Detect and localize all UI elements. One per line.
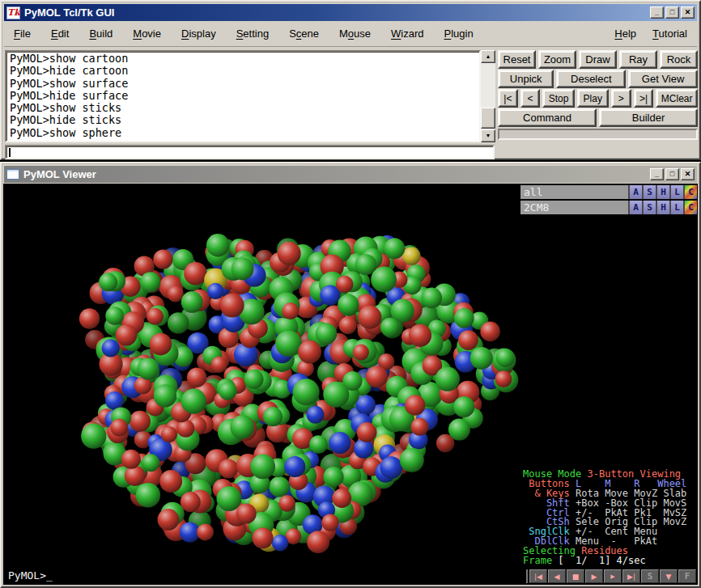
deselect-button[interactable]: Deselect xyxy=(556,70,626,88)
frame-back-button[interactable]: ◀ xyxy=(548,569,566,583)
scene-button[interactable]: S xyxy=(641,569,659,583)
viewer-titlebar[interactable]: PyMOL Viewer _□✕ xyxy=(4,166,697,183)
record-down-button[interactable]: ▼ xyxy=(660,569,678,583)
viewer-minimize-button[interactable]: _ xyxy=(650,168,664,180)
atom-sphere-nitrogen xyxy=(272,535,289,552)
atom-sphere-oxygen xyxy=(79,308,100,328)
command-tab-button[interactable]: Command xyxy=(498,108,597,127)
object-row-2cm8[interactable]: 2CM8ASHLC xyxy=(520,201,697,214)
atom-sphere-carbon xyxy=(309,435,328,454)
atom-sphere-carbon xyxy=(181,389,206,414)
menu-display[interactable]: Display xyxy=(181,27,216,40)
scrollbar-down-icon[interactable]: ▼ xyxy=(481,129,495,142)
button-row-3: |<<StopPlay>>|MClear xyxy=(498,89,698,108)
progress-trough xyxy=(498,129,698,140)
atom-sphere-carbon xyxy=(99,273,117,291)
object-row-all[interactable]: allASHLC xyxy=(520,185,697,199)
atom-sphere-oxygen xyxy=(409,324,431,347)
scrollbar-thumb[interactable] xyxy=(481,108,495,129)
atom-sphere-oxygen xyxy=(298,341,321,364)
viewer-window-controls: _□✕ xyxy=(650,168,695,180)
play-button[interactable]: Play xyxy=(577,89,609,108)
menu-tutorial[interactable]: Tutorial xyxy=(652,27,687,40)
menu-scene[interactable]: Scene xyxy=(289,27,319,40)
atom-sphere-carbon xyxy=(250,454,275,479)
ray-button[interactable]: Ray xyxy=(619,50,657,69)
menu-plugin[interactable]: Plugin xyxy=(444,27,474,40)
2cm8-color-menu-button[interactable]: C xyxy=(685,201,697,214)
2cm8-hide-menu-button[interactable]: H xyxy=(657,201,669,214)
gui-minimize-button[interactable]: _ xyxy=(650,6,664,19)
menu-movie[interactable]: Movie xyxy=(133,27,161,40)
unpick-button[interactable]: Unpick xyxy=(498,70,554,88)
command-history[interactable]: PyMOL>show cartoon PyMOL>hide cartoon Py… xyxy=(5,50,481,142)
2cm8-action-menu-button[interactable]: A xyxy=(630,201,642,214)
gui-maximize-button[interactable]: □ xyxy=(665,6,679,19)
history-scrollbar[interactable]: ▲ ▼ xyxy=(481,50,495,142)
stop-button[interactable]: ■ xyxy=(567,569,584,583)
atom-sphere-carbon xyxy=(81,424,106,449)
all-show-menu-button[interactable]: S xyxy=(644,185,656,199)
menu-edit[interactable]: Edit xyxy=(51,27,69,40)
atom-sphere-oxygen xyxy=(153,250,172,269)
menu-setting[interactable]: Setting xyxy=(236,27,269,40)
draw-button[interactable]: Draw xyxy=(579,50,617,69)
command-input[interactable] xyxy=(5,145,495,159)
viewer-3d-canvas[interactable]: allASHLC2CM8ASHLC Mouse Mode 3-Button Vi… xyxy=(3,184,698,585)
zoom-button[interactable]: Zoom xyxy=(538,50,576,69)
atom-sphere-carbon xyxy=(454,308,474,328)
frame-forward-button[interactable]: ▶ xyxy=(604,569,622,583)
atom-sphere-oxygen xyxy=(411,418,429,436)
atom-sphere-oxygen xyxy=(495,370,512,387)
gui-window: Tk PyMOL Tcl/Tk GUI _□✕ FileEditBuildMov… xyxy=(0,0,701,160)
viewer-app-icon xyxy=(6,169,19,180)
2cm8-show-menu-button[interactable]: S xyxy=(644,201,656,214)
menu-build[interactable]: Build xyxy=(89,27,113,40)
all-action-menu-button[interactable]: A xyxy=(630,185,642,199)
viewer-maximize-button[interactable]: □ xyxy=(665,168,679,180)
menu-wizard[interactable]: Wizard xyxy=(391,27,423,40)
button-row-1: ResetZoomDrawRayRock xyxy=(498,50,698,69)
step-forward-button[interactable]: > xyxy=(611,89,631,108)
go-start-button[interactable]: |< xyxy=(498,89,518,108)
play-button[interactable]: ▶ xyxy=(585,569,603,583)
atom-sphere-oxygen xyxy=(158,509,180,531)
all-hide-menu-button[interactable]: H xyxy=(657,185,669,199)
fullscreen-button[interactable]: F xyxy=(678,569,696,583)
mclear-button[interactable]: MClear xyxy=(656,89,698,108)
object-name: all xyxy=(524,186,542,198)
step-back-button[interactable]: < xyxy=(520,89,541,108)
scrollbar-up-icon[interactable]: ▲ xyxy=(481,50,495,63)
object-name: 2CM8 xyxy=(524,201,549,214)
builder-tab-button[interactable]: Builder xyxy=(599,108,698,127)
button-row-2: UnpickDeselectGet View xyxy=(498,70,698,88)
rewind-button[interactable]: |◀ xyxy=(529,569,547,583)
all-label-menu-button[interactable]: L xyxy=(671,185,683,199)
go-end-button[interactable]: >| xyxy=(634,89,654,108)
2cm8-label-menu-button[interactable]: L xyxy=(671,201,683,214)
menu-help[interactable]: Help xyxy=(614,27,636,40)
rock-button[interactable]: Rock xyxy=(660,50,698,69)
gui-button-panel: ResetZoomDrawRayRock UnpickDeselectGet V… xyxy=(498,50,698,140)
fast-forward-button[interactable]: ▶| xyxy=(622,569,640,583)
atom-sphere-nitrogen xyxy=(207,283,223,299)
atom-sphere-carbon xyxy=(217,486,242,511)
viewer-command-prompt[interactable]: PyMOL>_ xyxy=(8,569,53,582)
atom-sphere-oxygen xyxy=(358,306,381,329)
viewer-close-button[interactable]: ✕ xyxy=(681,168,695,180)
atom-sphere-oxygen xyxy=(480,322,500,342)
menu-file[interactable]: File xyxy=(14,27,31,40)
gui-window-title: PyMOL Tcl/Tk GUI xyxy=(24,6,646,19)
menu-mouse[interactable]: Mouse xyxy=(339,27,371,40)
gui-titlebar[interactable]: Tk PyMOL Tcl/Tk GUI _□✕ xyxy=(4,4,697,21)
reset-button[interactable]: Reset xyxy=(498,50,536,69)
atom-sphere-carbon xyxy=(105,307,124,325)
stop-button[interactable]: Stop xyxy=(542,89,574,108)
atom-sphere-carbon xyxy=(219,382,237,400)
atom-sphere-oxygen xyxy=(236,504,257,524)
gui-close-button[interactable]: ✕ xyxy=(681,6,695,19)
atom-sphere-oxygen xyxy=(321,514,338,531)
frame-playback-bar: |◀◀■▶▶▶|S▼F xyxy=(526,569,696,583)
get-view-button[interactable]: Get View xyxy=(628,70,698,88)
all-color-menu-button[interactable]: C xyxy=(685,185,697,199)
